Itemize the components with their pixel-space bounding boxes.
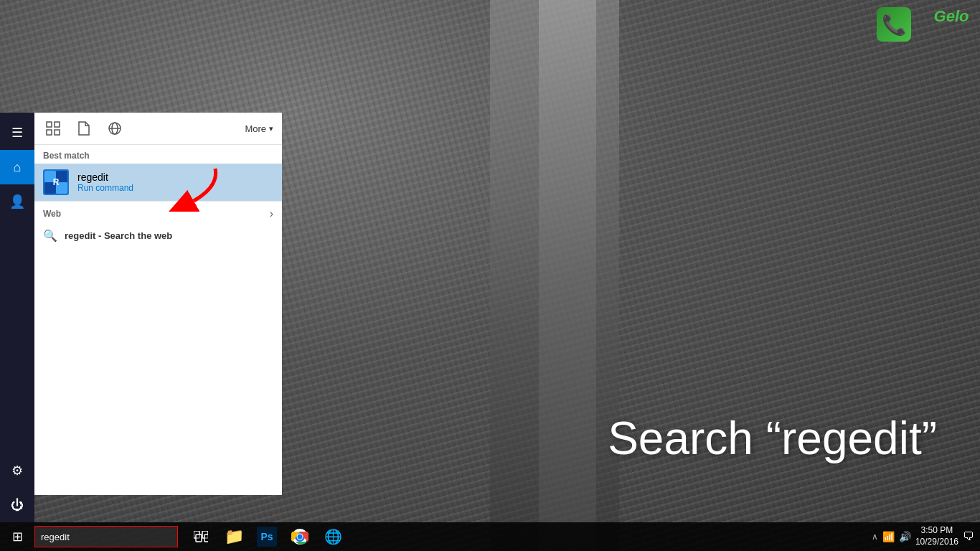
taskbar-ie[interactable]: 🌐 [317,522,349,551]
task-view-icon [194,531,208,542]
desktop-icons: 📞 Gelo [872,7,973,42]
svg-rect-16 [196,534,202,542]
sidebar-profile[interactable]: 👤 [0,184,34,219]
web-label-row: Web › [34,202,282,223]
start-button[interactable]: ⊞ [0,522,34,551]
ie-icon: 🌐 [324,528,342,545]
taskbar-tray: ∧ 📶 🔊 3:50 PM 10/29/2016 🗨 [872,525,980,547]
svg-rect-17 [204,534,208,542]
best-match-label: Best match [34,145,282,164]
chrome-icon [291,528,308,545]
web-section-label: Web [43,209,61,219]
taskbar-chrome[interactable] [284,522,316,551]
home-icon: ⌂ [14,160,22,175]
text-icon: Gelo [934,7,969,26]
svg-text:R: R [53,177,60,187]
search-icon: 🔍 [43,229,57,242]
svg-rect-3 [55,130,60,135]
search-results-panel: More ▾ Best match R regedit Run command … [34,113,282,495]
taskbar-search-box[interactable]: regedit [34,526,178,547]
regedit-info: regedit Run command [77,171,133,193]
web-section: Web › 🔍 regedit - Search the web [34,201,282,248]
power-icon: ⏻ [11,498,24,513]
settings-icon: ⚙ [11,463,23,479]
web-filter-tab[interactable] [105,118,125,138]
taskbar-file-explorer[interactable]: 📁 [218,522,250,551]
desktop-icon-text[interactable]: Gelo [930,7,973,26]
svg-rect-1 [55,122,60,127]
apps-tab[interactable] [43,118,63,138]
folder-icon: 📁 [225,527,244,546]
windows-icon: ⊞ [12,529,23,545]
taskbar-taskview[interactable] [185,522,217,551]
web-search-text: regedit - Search the web [65,230,172,241]
svg-rect-2 [47,130,52,135]
tray-up-arrow[interactable]: ∧ [872,532,878,542]
document-icon [77,121,90,136]
web-search-item[interactable]: 🔍 regedit - Search the web [34,223,282,248]
sidebar-hamburger[interactable]: ☰ [0,116,34,150]
chevron-down-icon: ▾ [269,124,273,133]
taskbar-apps: 📁 Ps 🌐 [185,522,349,551]
taskbar: ⊞ regedit 📁 Ps [0,522,980,551]
regedit-app-icon: R [43,169,69,195]
svg-rect-0 [47,122,52,127]
start-sidebar: ☰ ⌂ 👤 ⚙ ⏻ [0,113,34,522]
apps-grid-icon [46,121,60,136]
notification-tray-icon[interactable]: 🗨 [963,530,974,543]
person-icon: 👤 [9,194,25,209]
desktop-search-text: Search “regedit” [608,412,937,465]
desktop-icon-phone[interactable]: 📞 [872,7,915,42]
photoshop-icon: Ps [257,527,277,547]
sidebar-power[interactable]: ⏻ [0,488,34,522]
regedit-name: regedit [77,171,133,183]
svg-point-21 [298,534,303,540]
taskbar-search-value: regedit [41,532,70,542]
hamburger-icon: ☰ [11,125,23,141]
taskbar-photoshop[interactable]: Ps [251,522,283,551]
sidebar-settings[interactable]: ⚙ [0,453,34,488]
volume-tray-icon[interactable]: 🔊 [899,531,911,542]
phone-icon: 📞 [877,7,911,42]
globe-icon [108,121,122,136]
regedit-type: Run command [77,183,133,193]
clock[interactable]: 3:50 PM 10/29/2016 [915,525,958,547]
regedit-result-item[interactable]: R regedit Run command [34,164,282,201]
more-button[interactable]: More ▾ [245,123,273,134]
network-tray-icon[interactable]: 📶 [882,531,895,542]
docs-tab[interactable] [75,118,93,138]
web-section-arrow[interactable]: › [270,207,273,220]
search-filter-tabs: More ▾ [34,113,282,145]
sidebar-home[interactable]: ⌂ [0,150,34,184]
